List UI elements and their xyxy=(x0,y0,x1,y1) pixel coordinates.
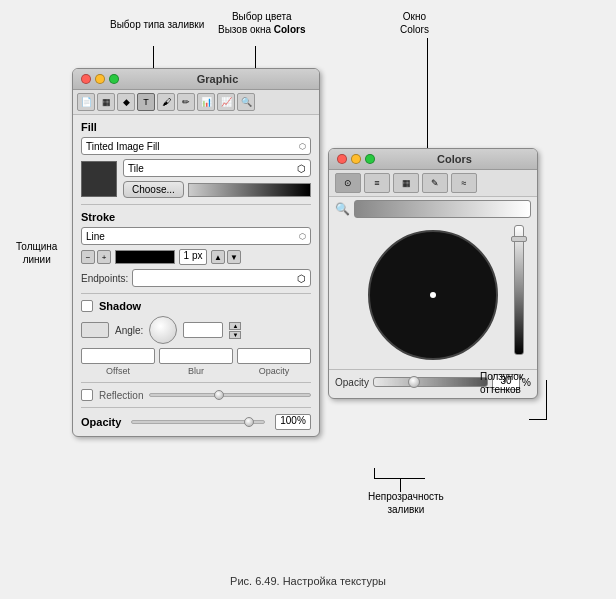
toolbar-doc-icon[interactable]: 📄 xyxy=(77,93,95,111)
toolbar-chart-icon[interactable]: 📊 xyxy=(197,93,215,111)
arrow-hue-h xyxy=(529,419,547,420)
stroke-stepper-left: − + xyxy=(81,250,111,264)
offset-label: Offset xyxy=(106,366,130,376)
blur-input[interactable] xyxy=(159,348,233,364)
reflection-label: Reflection xyxy=(99,390,143,401)
stroke-px-input[interactable]: 1 px xyxy=(179,249,207,265)
color-custom-mode-btn[interactable]: ≈ xyxy=(451,173,477,193)
window-controls xyxy=(81,74,119,84)
opacity-value-input[interactable]: 100% xyxy=(275,414,311,430)
toolbar-paint-icon[interactable]: 🖌 xyxy=(157,93,175,111)
angle-knob[interactable] xyxy=(149,316,177,344)
colors-panel: Colors ⊙ ≡ ▦ ✎ ≈ 🔍 Opacity 30 % xyxy=(328,148,538,399)
color-crayon-mode-btn[interactable]: ✎ xyxy=(422,173,448,193)
separator-2 xyxy=(81,293,311,294)
color-palette-mode-btn[interactable]: ▦ xyxy=(393,173,419,193)
shadow-angle-row: Angle: ▲ ▼ xyxy=(81,316,311,344)
shadow-opacity-input[interactable] xyxy=(237,348,311,364)
arrow-fill-opacity-v2 xyxy=(374,468,375,479)
stroke-plus-btn[interactable]: + xyxy=(97,250,111,264)
color-wheel-area xyxy=(335,225,531,365)
close-button[interactable] xyxy=(81,74,91,84)
reflection-checkbox[interactable] xyxy=(81,389,93,401)
hue-slider-track xyxy=(514,225,524,355)
tile-select[interactable]: Tile ⬡ xyxy=(123,159,311,177)
colors-opacity-label: Opacity xyxy=(335,377,369,388)
reflection-row: Reflection xyxy=(81,389,311,401)
percent-sign: % xyxy=(522,377,531,388)
arrow-fill-opacity-v xyxy=(400,479,401,492)
toolbar-table-icon[interactable]: ▦ xyxy=(97,93,115,111)
blur-label: Blur xyxy=(188,366,204,376)
fill-swatch[interactable] xyxy=(81,161,117,197)
colors-search-input[interactable] xyxy=(354,200,531,218)
fill-preview-row: Tile ⬡ Choose... xyxy=(81,159,311,198)
annotation-fill-color: Выбор цветаВызов окна Colors xyxy=(218,10,305,36)
colors-opacity-thumb[interactable] xyxy=(408,376,420,388)
choose-row: Choose... xyxy=(123,181,311,198)
colors-search-row: 🔍 xyxy=(329,197,537,221)
angle-up-btn[interactable]: ▲ xyxy=(229,322,241,330)
shadow-row: Shadow xyxy=(81,300,311,312)
endpoints-arrow: ⬡ xyxy=(297,273,306,284)
choose-button[interactable]: Choose... xyxy=(123,181,184,198)
stroke-type-select[interactable]: Line ⬡ xyxy=(81,227,311,245)
angle-input[interactable] xyxy=(183,322,223,338)
angle-stepper: ▲ ▼ xyxy=(229,322,241,339)
shadow-label: Shadow xyxy=(99,300,141,312)
stroke-px-up[interactable]: ▲ xyxy=(211,250,225,264)
angle-down-btn[interactable]: ▼ xyxy=(229,331,241,339)
stroke-arrow: ⬡ xyxy=(299,232,306,241)
offset-input[interactable] xyxy=(81,348,155,364)
color-wheel[interactable] xyxy=(368,230,498,360)
minimize-button[interactable] xyxy=(95,74,105,84)
tile-value: Tile xyxy=(128,163,144,174)
annotation-fill-opacity: Непрозрачностьзаливки xyxy=(368,490,444,516)
colors-max-btn[interactable] xyxy=(365,154,375,164)
blur-field: Blur xyxy=(159,348,233,376)
toolbar-graph-icon[interactable]: 📈 xyxy=(217,93,235,111)
graphic-panel-title: Graphic xyxy=(124,73,311,85)
reflection-thumb[interactable] xyxy=(214,390,224,400)
graphic-panel-body: Fill Tinted Image Fill ⬡ Tile ⬡ Choose..… xyxy=(73,115,319,436)
toolbar-diamond-icon[interactable]: ◆ xyxy=(117,93,135,111)
fill-type-value: Tinted Image Fill xyxy=(86,141,160,152)
shadow-checkbox[interactable] xyxy=(81,300,93,312)
arrow-hue-v xyxy=(546,380,547,420)
graphic-titlebar: Graphic xyxy=(73,69,319,90)
shadow-fields-row: Offset Blur Opacity xyxy=(81,348,311,376)
maximize-button[interactable] xyxy=(109,74,119,84)
colors-panel-title: Colors xyxy=(380,153,529,165)
separator-4 xyxy=(81,407,311,408)
opacity-slider[interactable] xyxy=(131,420,265,424)
fill-type-select[interactable]: Tinted Image Fill ⬡ xyxy=(81,137,311,155)
hue-slider[interactable] xyxy=(511,225,527,365)
color-wheel-mode-btn[interactable]: ⊙ xyxy=(335,173,361,193)
toolbar-text-icon[interactable]: T xyxy=(137,93,155,111)
separator-3 xyxy=(81,382,311,383)
fill-right: Tile ⬡ Choose... xyxy=(123,159,311,198)
colors-close-btn[interactable] xyxy=(337,154,347,164)
opacity-thumb[interactable] xyxy=(244,417,254,427)
hue-slider-thumb[interactable] xyxy=(511,236,527,242)
page-caption: Рис. 6.49. Настройка текстуры xyxy=(0,575,616,587)
shadow-opacity-label: Opacity xyxy=(259,366,290,376)
stroke-minus-btn[interactable]: − xyxy=(81,250,95,264)
separator-1 xyxy=(81,204,311,205)
colors-min-btn[interactable] xyxy=(351,154,361,164)
toolbar-edit-icon[interactable]: ✏ xyxy=(177,93,195,111)
opacity-section-label: Opacity xyxy=(81,416,121,428)
arrow-fill-opacity-h xyxy=(375,478,425,479)
stroke-controls-row: − + 1 px ▲ ▼ xyxy=(81,249,311,265)
annotation-stroke-thickness: Толщиналинии xyxy=(16,240,57,266)
stroke-section-title: Stroke xyxy=(81,211,311,223)
offset-field: Offset xyxy=(81,348,155,376)
toolbar-search-icon[interactable]: 🔍 xyxy=(237,93,255,111)
reflection-slider[interactable] xyxy=(149,393,311,397)
colors-opacity-slider[interactable] xyxy=(373,377,488,387)
fill-type-select-row: Tinted Image Fill ⬡ xyxy=(81,137,311,155)
stroke-px-down[interactable]: ▼ xyxy=(227,250,241,264)
annotation-colors-window: ОкноColors xyxy=(400,10,429,36)
endpoints-select[interactable]: ⬡ xyxy=(132,269,311,287)
color-slider-mode-btn[interactable]: ≡ xyxy=(364,173,390,193)
